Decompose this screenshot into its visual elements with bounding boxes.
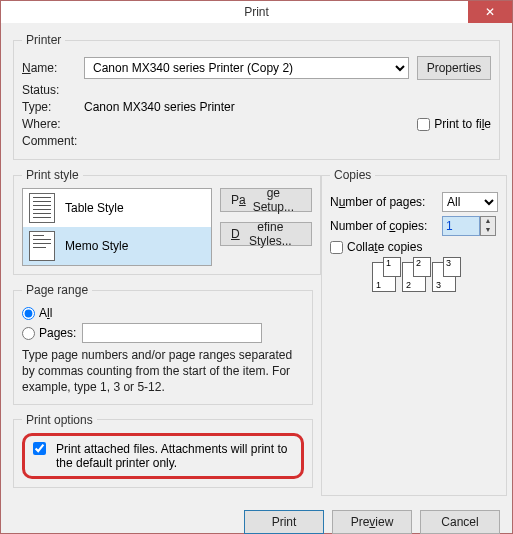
all-radio[interactable] bbox=[22, 307, 35, 320]
status-label: Status: bbox=[22, 83, 84, 97]
print-style-legend: Print style bbox=[22, 168, 83, 182]
cancel-button[interactable]: Cancel bbox=[420, 510, 500, 534]
print-options-legend: Print options bbox=[22, 413, 97, 427]
page-range-hint: Type page numbers and/or page ranges sep… bbox=[22, 347, 304, 396]
num-copies-label: Number of copies: bbox=[330, 219, 442, 233]
print-attached-checkbox[interactable] bbox=[33, 442, 46, 455]
print-options-group: Print options Print attached files. Atta… bbox=[13, 413, 313, 488]
print-to-file-label: Print to file bbox=[434, 117, 491, 131]
page-range-legend: Page range bbox=[22, 283, 92, 297]
properties-button[interactable]: Properties bbox=[417, 56, 491, 80]
print-style-group: Print style Table Style Memo Style bbox=[13, 168, 321, 275]
collate-checkbox[interactable] bbox=[330, 241, 343, 254]
type-value: Canon MX340 series Printer bbox=[84, 100, 235, 114]
pages-label: Pages: bbox=[39, 326, 76, 340]
page-icon bbox=[402, 262, 426, 292]
define-styles-button[interactable]: Define Styles... bbox=[220, 222, 312, 246]
copies-legend: Copies bbox=[330, 168, 375, 182]
dialog-title: Print bbox=[244, 5, 269, 19]
collate-label: Collate copies bbox=[347, 240, 422, 254]
page-icon bbox=[372, 262, 396, 292]
dialog-footer: Print Preview Cancel bbox=[1, 502, 512, 534]
close-icon: ✕ bbox=[485, 5, 495, 19]
num-copies-input[interactable] bbox=[442, 216, 480, 236]
print-attached-label: Print attached files. Attachments will p… bbox=[56, 442, 293, 470]
titlebar: Print ✕ bbox=[1, 1, 512, 23]
style-item-memo[interactable]: Memo Style bbox=[23, 227, 211, 265]
style-label: Memo Style bbox=[65, 239, 128, 253]
style-item-table[interactable]: Table Style bbox=[23, 189, 211, 227]
num-pages-label: Number of pages: bbox=[330, 195, 442, 209]
pages-radio[interactable] bbox=[22, 327, 35, 340]
collate-preview bbox=[330, 262, 498, 292]
where-label: Where: bbox=[22, 117, 84, 131]
memo-style-icon bbox=[29, 231, 55, 261]
printer-group: Printer Name: Canon MX340 series Printer… bbox=[13, 33, 500, 160]
num-pages-select[interactable]: All bbox=[442, 192, 498, 212]
print-to-file-checkbox[interactable] bbox=[417, 118, 430, 131]
style-list[interactable]: Table Style Memo Style bbox=[22, 188, 212, 266]
printer-select[interactable]: Canon MX340 series Printer (Copy 2) bbox=[84, 57, 409, 79]
comment-label: Comment: bbox=[22, 134, 84, 148]
type-label: Type: bbox=[22, 100, 84, 114]
printer-legend: Printer bbox=[22, 33, 65, 47]
copies-spinner[interactable]: ▲▼ bbox=[480, 216, 496, 236]
name-label: Name: bbox=[22, 61, 84, 75]
table-style-icon bbox=[29, 193, 55, 223]
preview-button[interactable]: Preview bbox=[332, 510, 412, 534]
all-label: All bbox=[39, 306, 52, 320]
chevron-down-icon: ▼ bbox=[481, 226, 495, 235]
print-button[interactable]: Print bbox=[244, 510, 324, 534]
page-icon bbox=[432, 262, 456, 292]
close-button[interactable]: ✕ bbox=[468, 1, 512, 23]
copies-group: Copies Number of pages: All Number of co… bbox=[321, 168, 507, 496]
highlight-box: Print attached files. Attachments will p… bbox=[22, 433, 304, 479]
page-range-group: Page range All Pages: Type page numbers … bbox=[13, 283, 313, 405]
pages-input[interactable] bbox=[82, 323, 262, 343]
print-dialog: Print ✕ Printer Name: Canon MX340 series… bbox=[0, 0, 513, 534]
page-setup-button[interactable]: Page Setup... bbox=[220, 188, 312, 212]
chevron-up-icon: ▲ bbox=[481, 217, 495, 226]
style-label: Table Style bbox=[65, 201, 124, 215]
